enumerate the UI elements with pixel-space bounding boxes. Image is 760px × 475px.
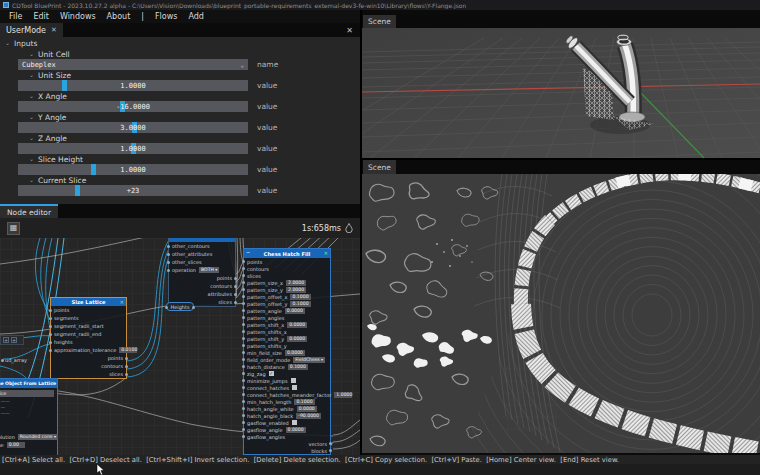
node-port-row[interactable]: segments (51, 314, 126, 322)
node-port-row[interactable]: connect_hatches (244, 384, 330, 391)
size-lattice-node[interactable]: Size Lattice✕ pointssegmentssegment_radi… (50, 297, 127, 379)
node-name-field[interactable]: lattice (0, 390, 54, 397)
tab-usermode[interactable]: UserMode ✕ (0, 23, 63, 37)
tree-inputs[interactable]: ⌄ Inputs (0, 37, 360, 49)
tab-node-editor[interactable]: Node editor (0, 204, 58, 218)
node-port-row[interactable]: approximation_tolerance0.0100 (51, 346, 126, 354)
tab-close-icon[interactable]: ✕ (51, 26, 57, 34)
node-port-row[interactable]: hatch_angle_black-90.0000 (244, 412, 330, 419)
node-close-icon[interactable]: ✕ (51, 380, 55, 386)
node-port-row[interactable]: other_attributes (169, 250, 235, 258)
node-port-row[interactable]: points (51, 354, 126, 362)
window-title: CDTool BluePrint - 2023.10.27.2 alpha - … (12, 2, 466, 9)
node-port-row[interactable]: connect_hatches_meander_factor1.0000 (244, 391, 330, 398)
node-port-row[interactable]: heights (51, 338, 126, 346)
node-port-row[interactable]: value0.00 (0, 441, 57, 449)
node-port-row[interactable]: operationBOTH (169, 266, 235, 274)
node-port-row[interactable]: segment_radii_start (51, 322, 126, 330)
node-port-row[interactable]: min_hatch_length0.1000 (244, 398, 330, 405)
bottom-strip (0, 464, 760, 475)
menu-item[interactable]: Flows (155, 12, 177, 21)
scene-slice-viewport[interactable] (362, 174, 760, 453)
node-port-row[interactable]: hatch_distance0.1000 (244, 363, 330, 370)
node-close-icon[interactable]: ✕ (120, 299, 124, 305)
menu-item[interactable]: File (9, 12, 22, 21)
node-port-row[interactable]: attributes (169, 290, 235, 298)
node-port-row[interactable]: points (169, 274, 235, 282)
node-port-row[interactable]: gasflow_enabled (244, 419, 330, 426)
menu-item[interactable]: | (141, 12, 144, 21)
node-port-row[interactable]: min_field_size0.0000 (244, 349, 330, 356)
node-port-row[interactable]: zig_zag (244, 370, 330, 377)
node-port-row[interactable]: segment_radii_end (51, 330, 126, 338)
status-bar: [Ctrl+A] Select all. [Ctrl+D] Deselect a… (0, 455, 760, 464)
grid-layout-button[interactable]: ▦ (7, 222, 20, 235)
node-port-row[interactable]: pattern_shifts_x (244, 328, 330, 335)
node-port-row[interactable]: other_contours (169, 242, 235, 250)
node-port-row[interactable]: hatch_angle_white0.0000 (244, 405, 330, 412)
node-port-row[interactable]: slices (51, 370, 126, 378)
param-slider[interactable]: -16.0000 (18, 101, 248, 112)
node-port-row[interactable]: pattern_offset_x0.1000 (244, 293, 330, 300)
tab-scene-1[interactable]: Scene (363, 15, 396, 28)
combine-node[interactable]: other_contoursother_attributesother_slic… (168, 238, 236, 307)
scene-3d-viewport[interactable] (362, 28, 760, 158)
node-port-row[interactable]: blocks (244, 447, 330, 454)
param-group: ⌄ Current Slice +23 value (0, 175, 360, 196)
param-slider[interactable]: 1.0000 (18, 164, 248, 175)
slider-handle[interactable] (75, 185, 80, 196)
node-port-row[interactable]: pattern_size_x2.0000 (244, 279, 330, 286)
slider-handle[interactable] (91, 164, 96, 175)
inputs-panel: ⌄ Inputs ⌄ Unit Cell Cubeplex ⌄ name (0, 37, 360, 204)
node-editor-tab-row: Node editor (0, 204, 360, 218)
app-window: CDTool BluePrint - 2023.10.27.2 alpha - … (0, 0, 760, 475)
node-port-row[interactable]: pattern_shift_y0.0000 (244, 335, 330, 342)
node-port-row[interactable]: contours (51, 362, 126, 370)
param-group: ⌄ Y Angle 3.0000 value (0, 112, 360, 133)
menu-item[interactable]: About (107, 12, 131, 21)
node-port-row[interactable]: field_order_modeFieldChess (244, 356, 330, 363)
node-port-row[interactable]: points (244, 258, 330, 265)
param-slider[interactable]: 1.0000 (18, 143, 248, 154)
slider-handle[interactable] (62, 80, 67, 91)
node-port-row[interactable]: pattern_shifts_y (244, 342, 330, 349)
chevron-down-icon: ⌄ (29, 93, 34, 99)
chess-hatch-fill-node[interactable]: −Chess Hatch Fill✕ pointscontoursslicesp… (243, 248, 331, 455)
node-close-icon[interactable]: ✕ (324, 250, 328, 256)
node-port-row[interactable]: pattern_angle0.0000 (244, 307, 330, 314)
menu-item[interactable]: Windows (60, 12, 96, 21)
scene1-tab-row: Scene (362, 15, 760, 28)
chevron-down-icon: ⌄ (29, 72, 34, 78)
node-port-row[interactable]: points (51, 306, 126, 314)
scene-object-node[interactable]: Scene Object From Lattice✕ lattice ▸ —— … (0, 378, 58, 455)
execution-time: 1s:658ms (302, 224, 341, 233)
node-port-row[interactable]: contours (169, 282, 235, 290)
node-port-row[interactable]: vectors (244, 440, 330, 447)
node-port-row[interactable]: gasflow_angle0.0000 (244, 426, 330, 433)
node-port-row[interactable]: pattern_offset_y0.1000 (244, 300, 330, 307)
menu-item[interactable]: Edit (33, 12, 49, 21)
menu-item[interactable]: Add (188, 12, 204, 21)
param-slider[interactable]: +23 (18, 185, 248, 196)
heights-node[interactable]: Heights (166, 302, 194, 311)
panel-close-icon[interactable]: ✕ (346, 26, 353, 35)
node-editor-canvas[interactable]: other_contoursother_attributesother_slic… (0, 238, 360, 455)
node-port-row[interactable]: minimize_jumps (244, 377, 330, 384)
menu-bar: FileEditWindowsAbout|FlowsAdd (0, 10, 360, 23)
node-port-row[interactable]: pattern_size_y2.0000 (244, 286, 330, 293)
chevron-down-icon: ⌄ (29, 135, 34, 141)
param-slider[interactable]: 3.0000 (18, 122, 248, 133)
node-port-row[interactable]: slices (244, 272, 330, 279)
node-port-row[interactable]: contours (244, 265, 330, 272)
node-port-row[interactable]: pattern_angles (244, 314, 330, 321)
node-collapse-icon[interactable]: − (246, 249, 250, 255)
unit-cell-dropdown[interactable]: Cubeplex ⌄ (18, 59, 248, 70)
node-port-row[interactable]: pattern_shift_x0.0000 (244, 321, 330, 328)
node-port-row[interactable]: resolutionRounded cone (0, 433, 57, 441)
param-slider[interactable]: 1.0000 (18, 80, 248, 91)
node-port-row[interactable]: other_slices (169, 258, 235, 266)
collapsed-node[interactable]: ++ (0, 335, 24, 345)
node-port-row[interactable]: gasflow_angles (244, 433, 330, 440)
tab-scene-2[interactable]: Scene (363, 160, 396, 174)
chevron-down-icon: ⌄ (5, 40, 10, 46)
